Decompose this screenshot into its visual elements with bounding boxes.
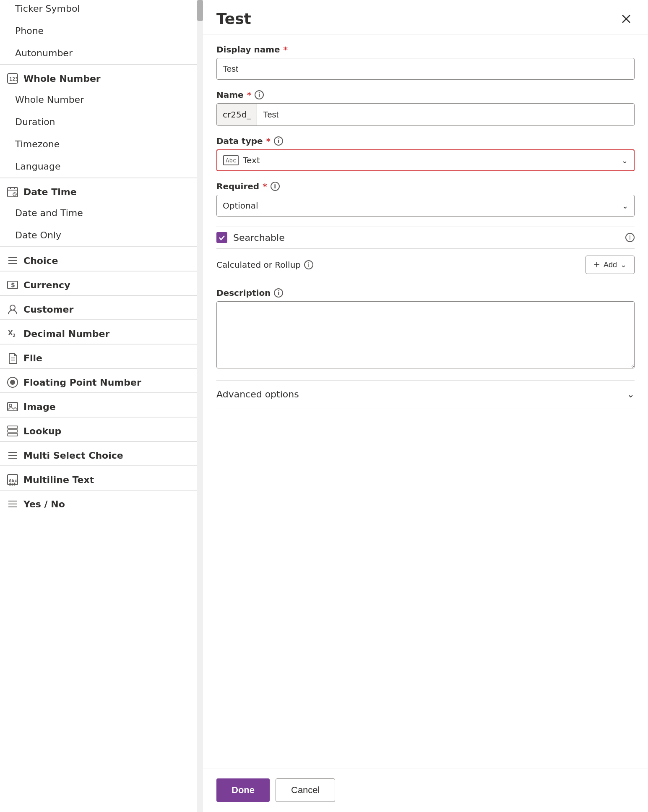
data-type-chevron: ⌄ xyxy=(622,156,628,165)
form-body: Display name * Name * i cr25d_ Data type… xyxy=(203,34,648,768)
required-star-data-type: * xyxy=(266,136,271,146)
required-star-name: * xyxy=(247,90,251,100)
done-button[interactable]: Done xyxy=(216,778,270,802)
scroll-thumb[interactable] xyxy=(197,0,203,21)
category-multiline-text[interactable]: Abc def Multiline Text xyxy=(0,466,197,490)
required-label: Required * i xyxy=(216,181,635,191)
required-star-required: * xyxy=(263,181,267,191)
searchable-label: Searchable xyxy=(233,232,619,243)
required-star-display-name: * xyxy=(284,44,288,55)
category-multi-select[interactable]: Multi Select Choice xyxy=(0,441,197,465)
category-yes-no[interactable]: Yes / No xyxy=(0,490,197,514)
required-select[interactable]: Optional ⌄ xyxy=(216,195,635,217)
form-footer: Done Cancel xyxy=(203,768,648,812)
category-whole-number[interactable]: 123 Whole Number xyxy=(0,65,197,89)
category-choice-label: Choice xyxy=(23,256,58,266)
name-input-wrapper: cr25d_ xyxy=(216,103,635,126)
add-button[interactable]: Add ⌄ xyxy=(586,256,635,274)
required-field: Required * i Optional ⌄ xyxy=(216,181,635,217)
description-info-icon[interactable]: i xyxy=(274,288,283,298)
cancel-button[interactable]: Cancel xyxy=(276,778,335,802)
list-item-duration[interactable]: Duration xyxy=(0,111,197,133)
svg-text:$: $ xyxy=(11,282,15,288)
category-floating-point-label: Floating Point Number xyxy=(23,377,141,388)
data-type-label: Data type * i xyxy=(216,136,635,146)
decimal-icon: X 2 xyxy=(7,328,18,339)
display-name-label: Display name * xyxy=(216,44,635,55)
file-icon xyxy=(7,352,18,364)
data-type-info-icon[interactable]: i xyxy=(274,136,283,146)
advanced-options-label: Advanced options xyxy=(216,389,299,399)
calculated-info-icon[interactable]: i xyxy=(304,260,313,269)
category-choice[interactable]: Choice xyxy=(0,247,197,271)
data-type-select[interactable]: Abc Text ⌄ xyxy=(216,149,635,171)
currency-icon: $ xyxy=(7,279,18,291)
category-lookup[interactable]: Lookup xyxy=(0,417,197,441)
category-date-time[interactable]: Date Time xyxy=(0,178,197,202)
name-label: Name * i xyxy=(216,90,635,100)
category-multiline-text-label: Multiline Text xyxy=(23,475,94,485)
description-textarea[interactable] xyxy=(216,301,635,368)
required-info-icon[interactable]: i xyxy=(271,182,280,191)
category-multi-select-label: Multi Select Choice xyxy=(23,450,123,461)
searchable-row: Searchable i xyxy=(216,227,635,248)
vertical-scrollbar[interactable] xyxy=(197,0,203,812)
whole-number-icon: 123 xyxy=(7,73,18,84)
calculated-label: Calculated or Rollup i xyxy=(216,260,313,270)
required-chevron: ⌄ xyxy=(622,201,628,210)
list-item-date-and-time[interactable]: Date and Time xyxy=(0,202,197,224)
description-field: Description i xyxy=(216,288,635,370)
yes-no-icon xyxy=(7,498,18,510)
category-decimal[interactable]: X 2 Decimal Number xyxy=(0,320,197,344)
list-item-timezone[interactable]: Timezone xyxy=(0,133,197,155)
category-file[interactable]: File xyxy=(0,344,197,368)
category-currency-label: Currency xyxy=(23,280,70,290)
searchable-info-icon[interactable]: i xyxy=(625,233,635,242)
display-name-field: Display name * xyxy=(216,44,635,80)
display-name-input[interactable] xyxy=(216,58,635,80)
list-item-language[interactable]: Language xyxy=(0,155,197,178)
close-button[interactable] xyxy=(618,10,635,27)
lookup-icon xyxy=(7,425,18,437)
category-currency[interactable]: $ Currency xyxy=(0,271,197,295)
required-select-wrapper: Optional ⌄ xyxy=(216,195,635,217)
list-item-autonumber[interactable]: Autonumber xyxy=(0,42,197,64)
required-value: Optional xyxy=(223,201,258,211)
text-type-icon: Abc xyxy=(223,155,239,165)
category-customer[interactable]: Customer xyxy=(0,295,197,319)
name-field: Name * i cr25d_ xyxy=(216,90,635,126)
data-type-value: Text xyxy=(243,155,260,165)
category-whole-number-label: Whole Number xyxy=(23,73,101,84)
list-item-date-only[interactable]: Date Only xyxy=(0,224,197,246)
form-title: Test xyxy=(216,10,251,27)
category-date-time-label: Date Time xyxy=(23,187,77,197)
description-label: Description i xyxy=(216,288,635,298)
svg-rect-25 xyxy=(8,433,18,436)
list-item-whole-number[interactable]: Whole Number xyxy=(0,89,197,111)
svg-point-20 xyxy=(10,380,15,385)
right-panel: Test Display name * Name * i cr xyxy=(203,0,648,812)
left-panel: Ticker Symbol Phone Autonumber 123 Whole… xyxy=(0,0,197,812)
calculated-row: Calculated or Rollup i Add ⌄ xyxy=(216,248,635,281)
category-yes-no-label: Yes / No xyxy=(23,499,65,509)
advanced-chevron: ⌄ xyxy=(627,389,635,399)
category-lookup-label: Lookup xyxy=(23,426,61,436)
list-item-phone[interactable]: Phone xyxy=(0,20,197,42)
searchable-checkbox[interactable] xyxy=(216,232,227,243)
data-type-select-wrapper: Abc Text ⌄ xyxy=(216,149,635,171)
category-image[interactable]: Image xyxy=(0,393,197,417)
add-label: Add xyxy=(604,261,617,269)
svg-text:2: 2 xyxy=(13,333,16,338)
category-floating-point[interactable]: Floating Point Number xyxy=(0,368,197,392)
multi-select-icon xyxy=(7,449,18,461)
category-customer-label: Customer xyxy=(23,304,73,315)
name-input[interactable] xyxy=(257,104,634,125)
svg-rect-21 xyxy=(8,402,18,411)
category-image-label: Image xyxy=(23,402,56,412)
category-file-label: File xyxy=(23,353,42,363)
multiline-text-icon: Abc def xyxy=(7,474,18,486)
advanced-options-row[interactable]: Advanced options ⌄ xyxy=(216,380,635,408)
list-item-ticker-symbol[interactable]: Ticker Symbol xyxy=(0,0,197,20)
svg-text:123: 123 xyxy=(9,76,18,82)
name-info-icon[interactable]: i xyxy=(255,90,264,99)
